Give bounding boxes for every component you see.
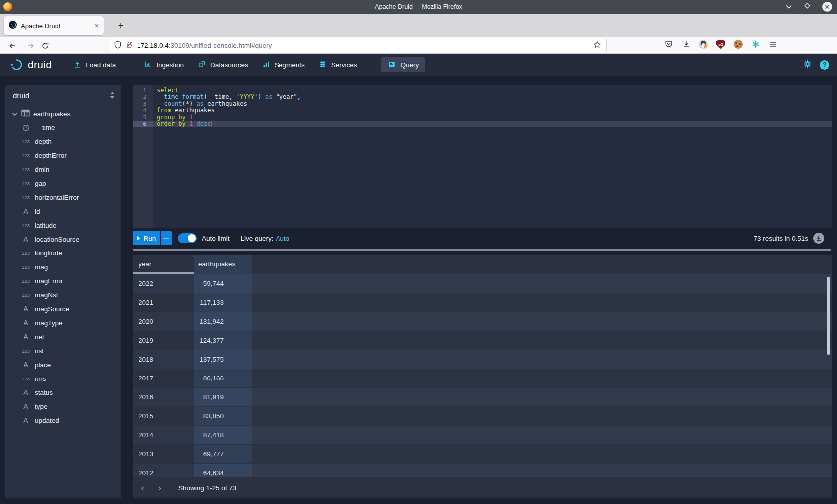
cell-year[interactable]: 2016	[133, 388, 194, 406]
cell-earthquakes[interactable]: 83,850	[194, 407, 252, 425]
brand-name: druid	[28, 59, 52, 71]
download-results-icon[interactable]	[813, 233, 824, 244]
cell-earthquakes[interactable]: 117,133	[194, 293, 252, 312]
cell-year[interactable]: 2018	[133, 350, 194, 369]
sidebar-column-gap[interactable]: 123gap	[5, 176, 121, 190]
menu-hamburger-icon[interactable]	[768, 39, 778, 49]
cell-earthquakes[interactable]: 81,919	[194, 388, 252, 406]
vertical-scrollbar[interactable]	[827, 277, 830, 355]
cell-year[interactable]: 2012	[133, 464, 194, 477]
header-cell-earthquakes[interactable]: earthquakes	[194, 255, 252, 274]
cell-year[interactable]: 2020	[133, 312, 194, 331]
nav-item-datasources[interactable]: Datasources	[191, 54, 255, 76]
nav-item-ingestion[interactable]: Ingestion	[137, 54, 191, 76]
sidebar-column-depth[interactable]: 123depth	[5, 134, 121, 148]
sidebar-column-id[interactable]: Aid	[5, 204, 121, 218]
cell-year[interactable]: 2021	[133, 293, 194, 312]
cell-year[interactable]: 2019	[133, 331, 194, 350]
sidebar-column-mag[interactable]: 123mag	[5, 260, 121, 274]
new-tab-button[interactable]: +	[114, 19, 128, 33]
back-icon[interactable]	[6, 39, 19, 52]
sort-toggle-icon[interactable]	[110, 92, 115, 101]
editor-line-5[interactable]: 5group by 1	[133, 114, 832, 121]
editor-line-4[interactable]: 4from earthquakes	[133, 107, 832, 114]
sidebar-column-magNst[interactable]: 123magNst	[5, 288, 121, 302]
sidebar-column-locationSource[interactable]: AlocationSource	[5, 232, 121, 246]
horizontal-scrollbar[interactable]	[133, 249, 831, 251]
nav-item-services[interactable]: Services	[312, 54, 364, 76]
druid-favicon	[9, 21, 17, 31]
downloads-icon[interactable]	[681, 39, 691, 49]
browser-tab[interactable]: Apache Druid ×	[4, 16, 104, 35]
sql-editor[interactable]: 1select2 time_format(__time, 'YYYY') as …	[133, 85, 832, 228]
cell-earthquakes[interactable]: 87,418	[194, 426, 252, 444]
sidebar-column-__time[interactable]: __time	[5, 121, 121, 134]
table-row: 201264,634	[133, 463, 832, 477]
cell-earthquakes[interactable]: 59,744	[194, 274, 252, 293]
live-query-value[interactable]: Auto	[276, 235, 290, 242]
url-bar[interactable]: 172.18.0.4:30109/unified-console.html#qu…	[109, 39, 607, 52]
editor-line-6[interactable]: 6order by 1 desc	[133, 121, 832, 127]
reload-icon[interactable]	[39, 39, 52, 52]
prev-page-icon[interactable]: ‹	[137, 481, 149, 495]
editor-line-1[interactable]: 1select	[133, 87, 832, 94]
editor-line-2[interactable]: 2 time_format(__time, 'YYYY') as "year",	[133, 94, 832, 100]
cell-earthquakes[interactable]: 137,575	[194, 350, 252, 369]
sidebar-column-magSource[interactable]: AmagSource	[5, 302, 121, 316]
settings-gear-icon[interactable]	[803, 59, 812, 71]
help-icon[interactable]: ?	[820, 60, 829, 70]
run-more-button[interactable]: •••	[161, 231, 172, 245]
maximize-icon[interactable]	[803, 2, 811, 12]
nav-item-query[interactable]: Query	[381, 57, 425, 72]
cell-earthquakes[interactable]: 64,634	[194, 464, 252, 477]
nav-item-load-data[interactable]: Load data	[66, 54, 123, 76]
chevron-down-icon[interactable]	[12, 109, 18, 118]
insecure-lock-icon[interactable]	[125, 41, 133, 51]
sidebar-column-status[interactable]: Astatus	[5, 385, 121, 399]
cell-earthquakes[interactable]: 131,942	[194, 312, 252, 331]
tracking-shield-icon[interactable]	[114, 41, 121, 51]
tab-close-icon[interactable]: ×	[95, 22, 99, 30]
extension-asterisk-icon[interactable]	[751, 39, 761, 49]
sidebar-table-earthquakes[interactable]: earthquakes	[5, 107, 121, 121]
cookie-icon[interactable]	[733, 39, 743, 49]
cell-year[interactable]: 2013	[133, 445, 194, 463]
next-page-icon[interactable]: ›	[153, 481, 166, 495]
cell-year[interactable]: 2014	[133, 426, 194, 444]
bookmark-star-icon[interactable]	[593, 41, 601, 51]
sidebar-column-magType[interactable]: AmagType	[5, 316, 121, 330]
sidebar-column-horizontalError[interactable]: 123horizontalError	[5, 190, 121, 204]
forward-icon[interactable]	[24, 39, 37, 52]
cell-earthquakes[interactable]: 124,377	[194, 331, 252, 350]
extension-penguin-icon[interactable]	[698, 39, 708, 49]
sidebar-column-depthError[interactable]: 123depthError	[5, 148, 121, 162]
string-type-icon: A	[20, 235, 32, 243]
sidebar-column-type[interactable]: Atype	[5, 399, 121, 413]
nav-label: Query	[400, 61, 418, 69]
cell-year[interactable]: 2017	[133, 369, 194, 387]
minimize-icon[interactable]	[785, 2, 792, 11]
cell-year[interactable]: 2022	[133, 274, 194, 293]
sidebar-column-nst[interactable]: 123nst	[5, 344, 121, 358]
editor-line-3[interactable]: 3 count(*) as earthquakes	[133, 101, 832, 107]
header-cell-year[interactable]: year	[133, 255, 194, 274]
auto-limit-toggle[interactable]	[178, 233, 197, 243]
sidebar-column-dmin[interactable]: 123dmin	[5, 162, 121, 176]
run-button[interactable]: Run	[133, 231, 160, 245]
sidebar-column-place[interactable]: Aplace	[5, 358, 121, 372]
cell-earthquakes[interactable]: 86,166	[194, 369, 252, 387]
sidebar-column-magError[interactable]: 123magError	[5, 274, 121, 288]
druid-logo[interactable]: druid	[7, 58, 52, 72]
sidebar-column-longitude[interactable]: 123longitude	[5, 246, 121, 260]
sidebar-column-rms[interactable]: 123rms	[5, 372, 121, 385]
pocket-icon[interactable]	[664, 39, 674, 49]
cell-year[interactable]: 2015	[133, 407, 194, 425]
number-type-icon: 123	[20, 181, 32, 186]
sidebar-column-latitude[interactable]: 123latitude	[5, 218, 121, 232]
sidebar-column-net[interactable]: Anet	[5, 330, 121, 344]
cell-earthquakes[interactable]: 69,777	[194, 445, 252, 463]
close-icon[interactable]: ✕	[822, 2, 832, 12]
sidebar-column-updated[interactable]: Aupdated	[5, 413, 121, 427]
nav-item-segments[interactable]: Segments	[255, 54, 312, 76]
ublock-icon[interactable]: uO	[716, 39, 726, 49]
